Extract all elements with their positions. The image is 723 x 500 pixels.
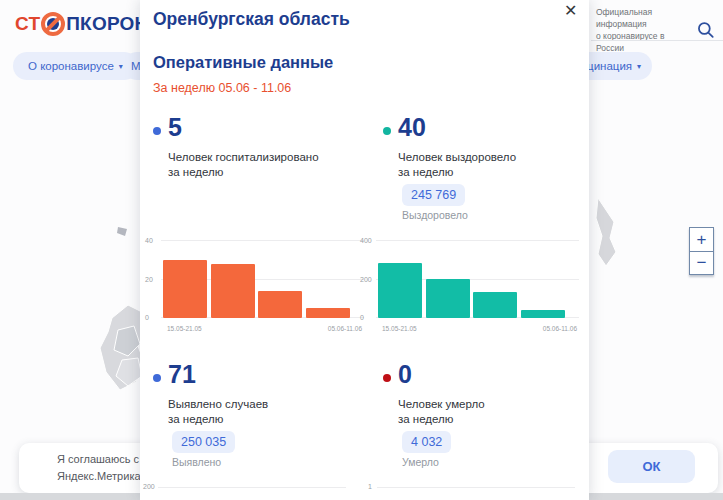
y-axis: 0200400 <box>359 241 375 318</box>
region-title: Оренбургская область <box>153 9 350 30</box>
section-title: Оперативные данные <box>153 53 333 72</box>
partial-chart-ytick: 200 <box>143 483 155 490</box>
x-axis: 15.05-21.0505.06-11.06 <box>376 325 579 332</box>
stat-value: 71 <box>168 360 196 389</box>
stat-value: 40 <box>398 113 426 142</box>
stat-value: 5 <box>168 113 182 142</box>
close-icon[interactable]: ✕ <box>564 1 577 20</box>
page-root: СТ ПКОРОНАВИ Официальная информация о ко… <box>0 0 723 500</box>
total-badge: 4 032 <box>402 431 451 453</box>
partial-chart-gridline <box>158 487 346 488</box>
stat-dot <box>383 374 391 382</box>
stat-dot <box>153 127 161 135</box>
plot-area <box>376 241 579 318</box>
official-info-search[interactable]: Официальная информация о коронавирусе в … <box>596 6 716 54</box>
search-divider <box>591 40 723 41</box>
official-info-text: Официальная информация о коронавирусе в … <box>596 6 690 54</box>
stat-dot <box>153 374 161 382</box>
period-label: За неделю 05.06 - 11.06 <box>153 81 291 95</box>
stat-label: Человек госпитализировано за неделю <box>168 150 319 180</box>
partial-chart-gridline <box>377 487 575 488</box>
region-data-modal: ✕ Оренбургская область Оперативные данны… <box>140 0 589 500</box>
chevron-down-icon: ▾ <box>637 62 641 71</box>
chart-hospitalized-weekly: 02040 15.05-21.0505.06-11.06 <box>144 236 370 332</box>
cookie-ok-button[interactable]: ОК <box>608 450 695 483</box>
nav-item-about-coronavirus[interactable]: О коронавирусе ▾ <box>13 52 138 80</box>
total-badge: 250 035 <box>172 431 235 453</box>
chart-recovered-weekly: 0200400 15.05-21.0505.06-11.06 <box>359 236 585 332</box>
stat-dot <box>383 127 391 135</box>
stat-label: Выявлено случаев за неделю <box>168 397 268 427</box>
total-badge-label: Выздоровело <box>402 209 468 221</box>
total-badge-label: Выявлено <box>172 456 221 468</box>
total-badge: 245 769 <box>402 184 465 206</box>
map-zoom-in-button[interactable]: + <box>690 228 713 251</box>
stat-label: Человек умерло за неделю <box>398 397 485 427</box>
partial-chart-ytick: 1 <box>368 483 372 490</box>
map-zoom-control: + − <box>689 227 714 275</box>
total-badge-label: Умерло <box>402 456 439 468</box>
y-axis: 02040 <box>144 241 160 318</box>
stat-value: 0 <box>398 360 412 389</box>
x-axis: 15.05-21.0505.06-11.06 <box>161 325 364 332</box>
search-icon[interactable] <box>696 20 716 40</box>
map-zoom-out-button[interactable]: − <box>690 251 713 274</box>
stat-label: Человек выздоровело за неделю <box>398 150 516 180</box>
plot-area <box>161 241 364 318</box>
logo-text-prefix: СТ <box>15 13 40 35</box>
nav-label: О коронавирусе <box>28 60 114 72</box>
virus-no-entry-icon <box>41 12 65 36</box>
